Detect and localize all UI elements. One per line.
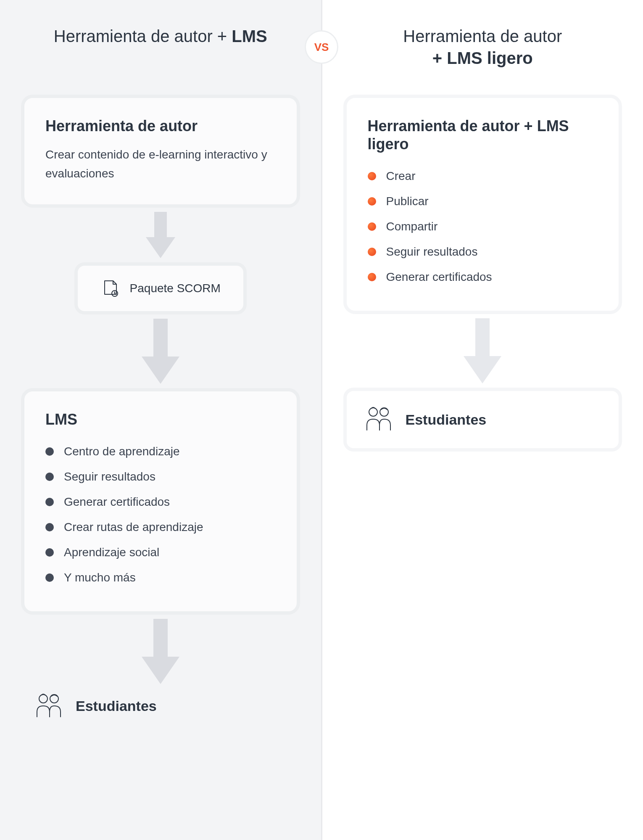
list-item: Publicar	[368, 189, 598, 214]
left-column: Herramienta de autor + LMS Herramienta d…	[0, 0, 322, 840]
right-column: Herramienta de autor + LMS ligero Herram…	[322, 0, 643, 840]
list-item-label: Seguir resultados	[64, 470, 155, 483]
bullet-icon	[45, 498, 54, 506]
bullet-icon	[45, 548, 54, 557]
list-item: Crear	[368, 164, 598, 189]
left-title-bold: LMS	[232, 27, 267, 45]
list-item-label: Crear rutas de aprendizaje	[64, 520, 203, 534]
light-lms-title: Herramienta de autor + LMS ligero	[368, 117, 598, 153]
package-icon	[100, 277, 121, 299]
vs-text: VS	[314, 41, 329, 54]
bullet-icon	[368, 222, 376, 231]
students-right-card: Estudiantes	[343, 388, 622, 452]
list-item: Seguir resultados	[45, 464, 276, 489]
light-lms-card: Herramienta de autor + LMS ligero Crear …	[343, 95, 622, 314]
list-item-label: Seguir resultados	[386, 245, 478, 259]
left-title: Herramienta de autor + LMS	[21, 25, 300, 69]
list-item: Crear rutas de aprendizaje	[45, 515, 276, 540]
list-item-label: Publicar	[386, 195, 429, 208]
bullet-icon	[368, 273, 376, 281]
list-item-label: Crear	[386, 169, 416, 183]
bullet-icon	[368, 197, 376, 206]
arrow-down-icon	[464, 318, 501, 383]
bullet-icon	[368, 172, 376, 180]
list-item: Aprendizaje social	[45, 540, 276, 565]
authoring-tool-desc: Crear contenido de e-learning interactiv…	[45, 145, 276, 183]
list-item: Seguir resultados	[368, 239, 598, 264]
right-title: Herramienta de autor + LMS ligero	[343, 25, 622, 69]
students-label: Estudiantes	[406, 412, 487, 428]
vs-badge: VS	[305, 30, 338, 64]
arrow-down-icon	[142, 319, 179, 384]
students-left: Estudiantes	[21, 688, 300, 720]
bullet-icon	[45, 473, 54, 481]
list-item: Generar certificados	[45, 489, 276, 515]
students-label: Estudiantes	[76, 698, 157, 714]
light-lms-list: Crear Publicar Compartir Seguir resultad…	[368, 164, 598, 290]
lms-list: Centro de aprendizaje Seguir resultados …	[45, 439, 276, 590]
right-title-plain: Herramienta de autor	[403, 27, 562, 45]
list-item: Compartir	[368, 214, 598, 239]
scorm-pill: Paquete SCORM	[74, 262, 247, 314]
students-icon	[364, 406, 394, 433]
scorm-label: Paquete SCORM	[130, 282, 221, 295]
svg-point-3	[369, 408, 377, 416]
lms-title: LMS	[45, 410, 276, 428]
arrow-2	[21, 314, 300, 388]
bullet-icon	[45, 523, 54, 531]
list-item: Centro de aprendizaje	[45, 439, 276, 464]
left-title-plain: Herramienta de autor +	[54, 27, 232, 45]
arrow-right	[343, 314, 622, 388]
arrow-1	[21, 208, 300, 262]
right-title-bold: + LMS ligero	[432, 49, 533, 67]
lms-card: LMS Centro de aprendizaje Seguir resulta…	[21, 388, 300, 615]
arrow-down-icon	[146, 212, 175, 258]
list-item: Generar certificados	[368, 264, 598, 290]
list-item-label: Compartir	[386, 220, 438, 233]
bullet-icon	[368, 248, 376, 256]
svg-point-1	[39, 695, 47, 703]
list-item: Y mucho más	[45, 565, 276, 590]
bullet-icon	[45, 573, 54, 582]
list-item-label: Generar certificados	[386, 270, 492, 284]
arrow-3	[21, 615, 300, 688]
authoring-tool-title: Herramienta de autor	[45, 117, 276, 135]
list-item-label: Generar certificados	[64, 495, 170, 509]
list-item-label: Centro de aprendizaje	[64, 445, 180, 458]
arrow-down-icon	[142, 619, 179, 684]
list-item-label: Y mucho más	[64, 571, 136, 584]
list-item-label: Aprendizaje social	[64, 546, 159, 559]
authoring-tool-card: Herramienta de autor Crear contenido de …	[21, 95, 300, 208]
bullet-icon	[45, 447, 54, 456]
students-icon	[34, 692, 64, 720]
